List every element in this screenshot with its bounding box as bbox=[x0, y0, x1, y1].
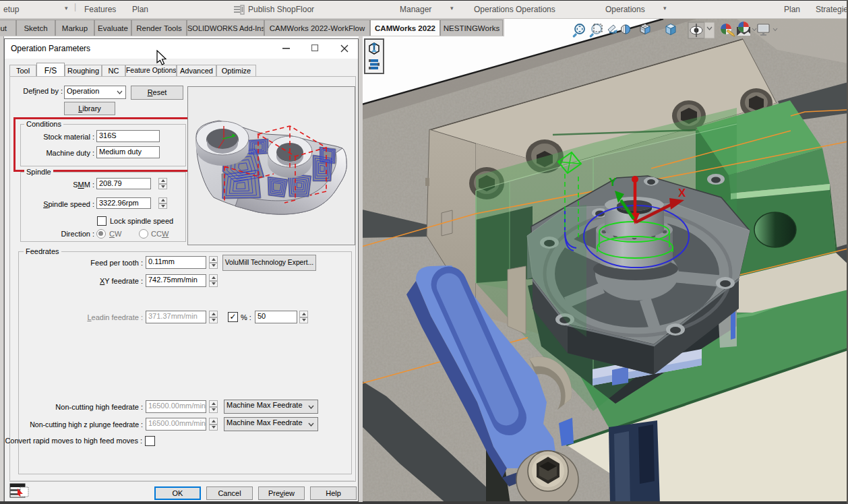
svg-text:X: X bbox=[678, 187, 686, 199]
svg-text:Y: Y bbox=[609, 176, 617, 189]
